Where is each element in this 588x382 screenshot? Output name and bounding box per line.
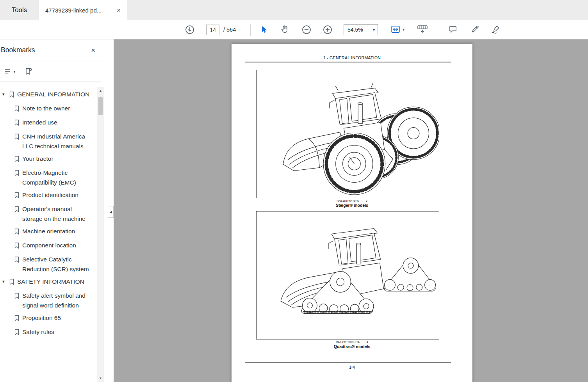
download-icon[interactable] (185, 25, 195, 35)
bookmark-item[interactable]: CNH Industrial America LLC technical man… (2, 131, 97, 151)
hand-tool-icon[interactable] (280, 24, 290, 34)
bookmark-label: Selective Catalytic Reduction (SCR) syst… (22, 254, 89, 274)
quadtrac-figure-drawing (257, 211, 439, 339)
page-number-label: 1-4 (232, 365, 472, 370)
tab-document[interactable]: 47739239-linked pd... × (39, 0, 127, 21)
bookmark-item[interactable]: Safety alert symbol and signal word defi… (2, 291, 97, 310)
panel-collapse-handle[interactable]: ◀ (108, 206, 114, 218)
figure-reference: RAIL15TR0479FA3 (232, 199, 472, 202)
bookmark-label: Electro-Magnetic Compatibility (EMC) (22, 168, 89, 187)
pdf-page: 1 - GENERAL INFORMATION (232, 44, 472, 382)
comment-icon[interactable] (448, 24, 458, 34)
bookmark-icon (14, 226, 22, 238)
bookmark-item[interactable]: Operator's manual storage on the machine (2, 204, 97, 224)
page-header-title: 1 - GENERAL INFORMATION (232, 55, 472, 60)
bookmark-icon (14, 291, 22, 302)
header-rule (245, 62, 451, 62)
chevron-down-icon: ▾ (373, 28, 375, 32)
bookmark-label: Safety rules (22, 327, 89, 337)
zoom-out-icon[interactable] (301, 25, 312, 35)
bookmark-item[interactable]: Component location (2, 240, 97, 252)
panel-divider (0, 62, 102, 62)
bookmark-item[interactable]: Product identification (2, 190, 97, 201)
footer-rule (245, 362, 451, 363)
bookmark-icon (14, 190, 22, 201)
close-panel-icon[interactable]: × (89, 45, 97, 55)
bookmark-item[interactable]: Proposition 65 (2, 313, 97, 324)
page-number-input[interactable] (206, 25, 219, 35)
bookmark-icon (14, 168, 22, 179)
sidebar-scrollbar[interactable]: ▲ ▼ (97, 87, 104, 382)
bookmark-label: SAFETY INFORMATION (17, 277, 96, 286)
bookmark-label: Note to the owner (22, 103, 89, 113)
zoom-level-dropdown[interactable]: 54.5% ▾ (344, 24, 378, 35)
bookmark-icon (14, 103, 22, 115)
zoom-level-value: 54.5% (347, 27, 363, 33)
bookmark-label: Product identification (22, 190, 89, 200)
figure-caption: Steiger® models (232, 203, 472, 208)
bookmark-icon (14, 204, 22, 215)
window-tab-bar: Tools 47739239-linked pd... × (0, 0, 588, 20)
highlight-icon[interactable] (470, 24, 480, 34)
bookmark-icon (14, 254, 22, 266)
page-scrolling-icon[interactable] (416, 24, 429, 34)
main-toolbar: / 564 54.5% ▾ ▾ (0, 20, 588, 39)
bookmark-label: Machine orientation (22, 226, 89, 236)
bookmark-item[interactable]: Intended use (2, 117, 97, 129)
bookmark-item[interactable]: Safety rules (2, 327, 97, 338)
figure-caption: Quadtrac® models (232, 344, 472, 349)
bookmark-item[interactable]: ▾ SAFETY INFORMATION (2, 277, 97, 288)
bookmark-item[interactable]: Electro-Magnetic Compatibility (EMC) (2, 168, 97, 187)
options-menu-icon[interactable] (3, 67, 12, 76)
bookmark-icon (14, 240, 22, 252)
bookmark-icon (14, 327, 22, 338)
figure-reference: RAIL15TR00013TA4 (232, 341, 472, 343)
bookmark-label: Safety alert symbol and signal word defi… (22, 291, 89, 310)
chevron-down-icon[interactable]: ▾ (403, 27, 404, 32)
scroll-down-icon[interactable]: ▼ (97, 377, 104, 380)
chevron-down-icon[interactable]: ▾ (2, 89, 9, 99)
zoom-in-icon[interactable] (323, 25, 333, 35)
bookmark-label: Operator's manual storage on the machine (22, 204, 89, 224)
bookmark-icon (14, 117, 22, 129)
bookmarks-tree: ▾ GENERAL INFORMATION Note to the owner … (0, 87, 97, 382)
new-bookmark-icon[interactable] (23, 67, 33, 76)
bookmark-label: GENERAL INFORMATION (17, 89, 96, 99)
fit-width-icon[interactable] (390, 24, 401, 34)
bookmark-item[interactable]: ▾ GENERAL INFORMATION (2, 89, 97, 101)
close-tab-icon[interactable]: × (115, 6, 122, 14)
select-tool-icon[interactable] (259, 25, 269, 35)
document-tab-title: 47739239-linked pd... (45, 7, 102, 14)
chevron-down-icon[interactable]: ▾ (2, 277, 9, 286)
bookmark-item[interactable]: Note to the owner (2, 103, 97, 115)
bookmark-icon (14, 313, 22, 324)
page-count-label: / 564 (223, 27, 236, 33)
bookmark-item[interactable]: Selective Catalytic Reduction (SCR) syst… (2, 254, 97, 274)
steiger-figure-drawing (257, 70, 439, 198)
figure-box-quadtrac (256, 211, 439, 339)
tab-tools[interactable]: Tools (0, 0, 39, 20)
panel-divider (0, 82, 102, 82)
bookmark-icon (14, 131, 22, 143)
chevron-down-icon[interactable]: ▾ (12, 67, 17, 76)
scrollbar-thumb[interactable] (98, 97, 103, 115)
bookmarks-panel-title: Bookmarks (1, 46, 35, 54)
bookmark-label: Proposition 65 (22, 313, 89, 323)
bookmark-item[interactable]: Your tractor (2, 154, 97, 165)
toolbar-divider (250, 24, 251, 36)
figure-box-steiger (256, 70, 439, 198)
bookmark-label: Component location (22, 240, 89, 250)
bookmark-label: Intended use (22, 117, 89, 127)
bookmarks-panel: Bookmarks × ▾ ▾ GENERAL INFORMATION Note… (0, 39, 104, 382)
bookmark-icon (14, 154, 22, 165)
bookmark-icon (9, 277, 17, 288)
document-canvas[interactable]: 1 - GENERAL INFORMATION (114, 39, 588, 382)
bookmark-label: CNH Industrial America LLC technical man… (22, 131, 89, 151)
bookmark-icon (9, 89, 17, 101)
scroll-up-icon[interactable]: ▲ (97, 89, 104, 92)
bookmark-item[interactable]: Machine orientation (2, 226, 97, 238)
fill-sign-icon[interactable] (491, 24, 501, 34)
bookmark-label: Your tractor (22, 154, 89, 163)
